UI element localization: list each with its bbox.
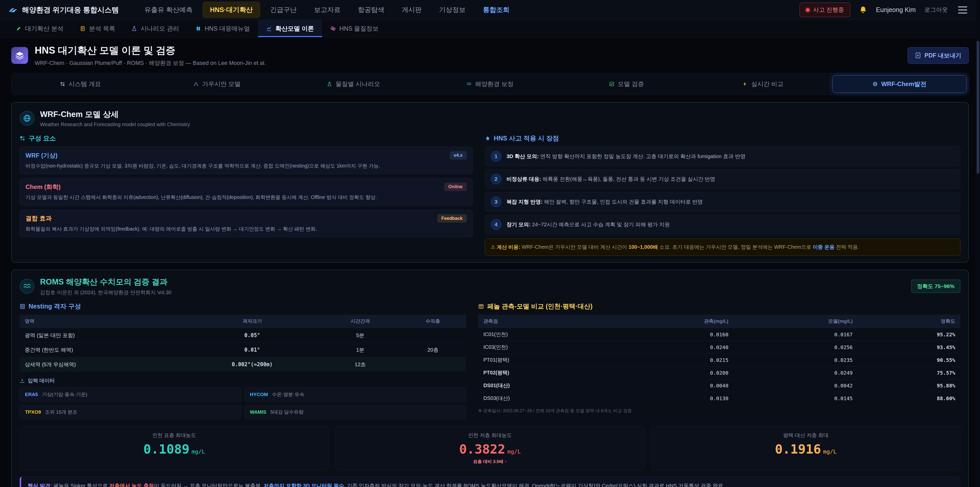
advantage-number: 2 xyxy=(491,174,501,184)
advantage-lead: 복잡 지형 반영: xyxy=(507,199,542,204)
component-desc: 비정수압(non-hydrostatic) 중규모 기상 모델. 3차원 바람장… xyxy=(25,162,467,169)
nav-item-board[interactable]: 게시판 xyxy=(394,2,429,18)
computation-cost-warning: ⚠ 계산 비용: WRF-Chem은 가우시안 모델 대비 계산 시간이 100… xyxy=(485,238,960,255)
stat-pyeongtaek-daesan-bottom: 평택·대산 저층 최대 0.1916mg/L xyxy=(651,426,960,470)
wrfchem-panel-header: WRF-Chem 모델 상세 Weather Research and Fore… xyxy=(20,109,960,128)
book-icon xyxy=(196,26,201,31)
input-data-grid: ERA5 기상(기압·풍속·기온) HYCOM 수온·염분·유속 TPXO9 조… xyxy=(20,387,466,419)
observation-heading: 페놀 관측-모델 비교 (인천·평택·대산) xyxy=(478,302,960,311)
input-cell-tpxo9: TPXO9 조위 15개 분조 xyxy=(20,405,241,419)
online-badge: Online xyxy=(444,183,467,191)
tab-realtime-compare[interactable]: 실시간 비교 xyxy=(696,75,830,93)
advantage-number: 4 xyxy=(491,219,501,230)
nav-item-rescue[interactable]: 긴급구난 xyxy=(262,2,304,18)
roms-title: ROMS 해양확산 수치모의 검증 결과 xyxy=(40,276,172,287)
tab-label: 물질별 시나리오 xyxy=(336,80,380,88)
advantage-item-1: 1 3D 확산 모의: 연직 방향 확산까지 포함한 정밀 농도장 계산. 고층… xyxy=(485,147,960,166)
dataset-tag: TPXO9 xyxy=(25,409,41,415)
subnav-item-hns-manual[interactable]: HNS 대응매뉴얼 xyxy=(187,20,258,37)
roms-content-grid: Nesting 격자 구성 영역 격자크기 시간간격 수직층 광역 (일본·대만 xyxy=(20,302,960,419)
scrollbar-thumb[interactable] xyxy=(977,41,979,174)
roms-validation-panel: ROMS 해양확산 수치모의 검증 결과 김정호·이문진 외 (2024), 한… xyxy=(11,270,969,487)
column-header: 관측점 xyxy=(478,315,609,328)
tab-system-overview[interactable]: 시스템 개요 xyxy=(14,75,148,93)
component-desc: 기상 모델과 동일한 시간 스텝에서 화학종의 이류(advection), 난… xyxy=(25,193,467,201)
column-header: 격자크기 xyxy=(184,315,321,328)
tab-ocean-correction[interactable]: 해양환경 보정 xyxy=(423,75,557,93)
tab-substance-scenario[interactable]: 물질별 시나리오 xyxy=(286,75,421,93)
advantage-number: 3 xyxy=(491,196,501,207)
nav-item-integrated-search[interactable]: 통합조회 xyxy=(475,2,517,18)
dataset-tag: HYCOM xyxy=(250,392,268,398)
logout-button[interactable]: 로그아웃 xyxy=(924,6,948,14)
tab-label: 시스템 개요 xyxy=(68,80,101,88)
table-row: IC01(인천) 0.0160 0.0167 95.22% xyxy=(478,328,960,341)
nav-item-reports[interactable]: 보고자료 xyxy=(306,2,348,18)
tab-label: 가우시안 모델 xyxy=(202,80,241,88)
hamburger-menu-icon[interactable] xyxy=(956,5,969,15)
nav-item-hns-atmos[interactable]: HNS·대기확산 xyxy=(202,2,261,18)
subnav-item-atmos-analysis[interactable]: 대기확산 분석 xyxy=(8,20,72,37)
accuracy-badge: 정확도 75~96% xyxy=(912,279,961,293)
tab-label: 해양환경 보정 xyxy=(475,80,514,88)
pdf-export-label: PDF 내보내기 xyxy=(924,51,961,59)
topnav-right-cluster: 사고 진행중 Eunjeong Kim 로그아웃 xyxy=(800,3,969,17)
nested-grid-icon xyxy=(20,303,25,309)
incident-dot-icon xyxy=(806,8,810,12)
top-navigation-bar: 해양환경 위기대응 통합시스템 유출유 확산예측 HNS·대기확산 긴급구난 보… xyxy=(0,0,980,20)
wrfchem-detail-panel: WRF-Chem 모델 상세 Weather Research and Fore… xyxy=(11,102,969,262)
advantage-number: 1 xyxy=(491,151,501,162)
pdf-export-button[interactable]: PDF 내보내기 xyxy=(907,47,969,64)
subnav-label: HNS 물질정보 xyxy=(339,24,379,33)
wrfchem-title: WRF-Chem 모델 상세 xyxy=(40,109,190,120)
nav-item-oil-spill[interactable]: 유출유 확산예측 xyxy=(137,2,200,18)
version-badge: v4.x xyxy=(450,151,467,160)
check-square-icon xyxy=(609,81,614,86)
components-heading: 구성 요소 xyxy=(20,134,473,142)
tab-gaussian-model[interactable]: 가우시안 모델 xyxy=(150,75,284,93)
column-header: 수직층 xyxy=(400,315,466,328)
advantages-column: HNS 사고 적용 시 장점 1 3D 확산 모의: 연직 방향 확산까지 포함… xyxy=(485,134,960,255)
table-row: PT01(평택) 0.0215 0.0235 90.55% xyxy=(478,354,960,366)
wrfchem-title-block: WRF-Chem 모델 상세 Weather Research and Fore… xyxy=(40,109,190,128)
tab-label: 모델 검증 xyxy=(618,80,644,88)
subnav-item-analysis-list[interactable]: 분석 목록 xyxy=(72,20,124,37)
stat-incheon-bottom: 인천 저층 최대농도 0.3822mg/L 표층 대비 3.5배 ↑ xyxy=(335,426,644,470)
tab-model-validation[interactable]: 모델 검증 xyxy=(559,75,694,93)
flask-icon xyxy=(327,81,332,86)
app-logo: 해양환경 위기대응 통합시스템 xyxy=(9,5,119,15)
chart-line-icon xyxy=(266,26,272,31)
tab-label: WRF-Chem발전 xyxy=(881,80,926,88)
nav-item-weather[interactable]: 기상정보 xyxy=(431,2,473,18)
app-title: 해양환경 위기대응 통합시스템 xyxy=(22,5,119,15)
column-header: 모델(mg/L) xyxy=(733,315,858,328)
component-title: Chem (화학) xyxy=(25,183,60,191)
component-desc: 화학물질의 복사 효과가 기상장에 되먹임(feedback). 예: 대량의 … xyxy=(25,225,467,233)
incident-status-badge[interactable]: 사고 진행중 xyxy=(800,3,850,17)
scrollbar-track[interactable] xyxy=(976,0,980,487)
main-menu: 유출유 확산예측 HNS·대기확산 긴급구난 보고자료 항공탐색 게시판 기상정… xyxy=(137,2,517,18)
stat-incheon-surface: 인천 표층 최대농도 0.1089mg/L xyxy=(20,426,329,470)
subnav-item-hns-substance-info[interactable]: HNS 물질정보 xyxy=(322,20,387,37)
table-row: 중간역 (한반도 해역) 0.01° 1분 20층 xyxy=(20,343,466,357)
incident-status-label: 사고 진행중 xyxy=(813,6,844,14)
wing-logo-icon xyxy=(9,6,18,14)
stat-sub-note: 표층 대비 3.5배 ↑ xyxy=(341,459,638,465)
wrfchem-subtitle: Weather Research and Forecasting model c… xyxy=(40,121,190,128)
observation-column: 페놀 관측-모델 비교 (인천·평택·대산) 관측점 관측(mg/L) 모델(m… xyxy=(478,302,960,419)
advantage-text: 해륙풍 전환(해풍↔육풍), 돌풍, 전선 통과 등 시변 기상 조건을 실시간… xyxy=(541,176,715,182)
nesting-column: Nesting 격자 구성 영역 격자크기 시간간격 수직층 광역 (일본·대만 xyxy=(20,302,466,419)
subnav-item-scenario-management[interactable]: 시나리오 관리 xyxy=(123,20,187,37)
notification-bell-icon[interactable] xyxy=(859,6,867,14)
nav-item-aerial-search[interactable]: 항공탐색 xyxy=(350,2,392,18)
tab-wrfchem-advance[interactable]: WRF-Chem발전 xyxy=(832,75,966,93)
star-icon xyxy=(485,136,490,141)
advantage-lead: 장기 모의: xyxy=(507,221,531,227)
input-cell-wamis: WAMIS 5대강 담수유량 xyxy=(245,405,466,419)
roms-subtitle: 김정호·이문진 외 (2024), 한국해양환경·안전학회지 Vol.30 xyxy=(40,289,172,296)
section-tab-bar: 시스템 개요 가우시안 모델 물질별 시나리오 해양환경 보정 모델 검증 실시… xyxy=(11,73,969,95)
advantage-text: 24~72시간 예측으로 사고 수습 계획 및 장기 피해 평가 지원 xyxy=(531,221,670,227)
component-title: WRF (기상) xyxy=(25,152,57,160)
component-card-wrf: WRF (기상) v4.x 비정수압(non-hydrostatic) 중규모 … xyxy=(20,147,473,174)
subnav-item-model-theory[interactable]: 확산모델 이론 xyxy=(258,20,322,37)
